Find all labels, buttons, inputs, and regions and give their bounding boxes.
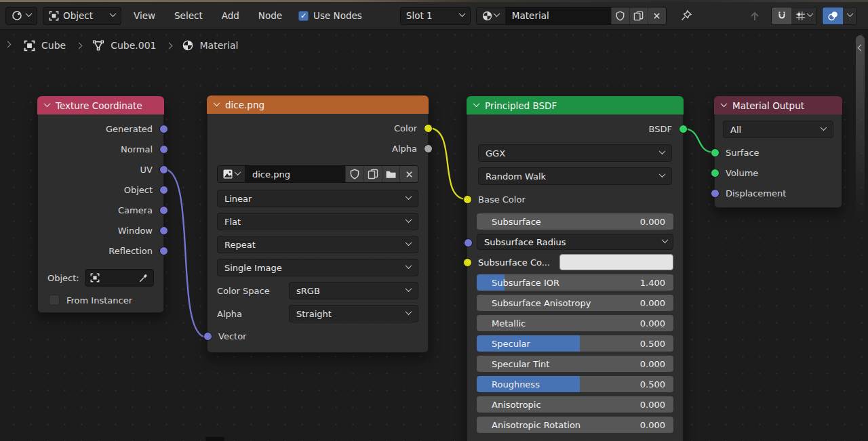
menu-view[interactable]: View (127, 7, 162, 24)
slider-specular[interactable]: Specular 0.500 (477, 335, 673, 352)
collapse-chevron-icon[interactable] (721, 100, 728, 107)
unlink-material-button[interactable] (648, 7, 666, 24)
source-dropdown[interactable]: Single Image (217, 259, 418, 276)
collapsed-node-peek[interactable] (205, 437, 224, 441)
open-image-button[interactable] (382, 166, 400, 182)
browse-material-button[interactable] (477, 7, 505, 24)
snap-toggle-button[interactable] (772, 7, 791, 24)
color-subsurface-color: Subsurface Co... (477, 254, 673, 270)
socket-object[interactable] (159, 186, 168, 194)
from-instancer-toggle[interactable]: From Instancer (49, 295, 154, 307)
input-base-color: Base Color (467, 189, 683, 209)
menu-select[interactable]: Select (167, 7, 210, 24)
node-header-material-output[interactable]: Material Output (714, 96, 842, 114)
socket-bsdf[interactable] (679, 125, 688, 133)
breadcrumb-object-label: Cube (41, 40, 66, 51)
slider-metallic[interactable]: Metallic 0.000 (477, 315, 673, 331)
node-header-image-texture[interactable]: dice.png (207, 96, 429, 114)
slider-anisotropic-rotation[interactable]: Anisotropic Rotation 0.000 (477, 417, 673, 433)
collapse-chevron-icon[interactable] (214, 100, 220, 106)
chevron-down-icon (662, 236, 669, 243)
image-name-field[interactable]: dice.png (245, 166, 345, 182)
socket-surface[interactable] (711, 148, 719, 157)
go-to-parent-button[interactable] (743, 7, 766, 25)
breadcrumb-material[interactable]: Material (182, 40, 238, 51)
color-space-dropdown[interactable]: sRGB (289, 282, 418, 299)
slot-dropdown[interactable]: Slot 1 (400, 7, 471, 25)
duplicate-icon (633, 11, 644, 21)
overlays-toggle-button[interactable] (823, 7, 843, 24)
link-color-to-basecolor (429, 128, 467, 199)
slider-specular-tint[interactable]: Specular Tint 0.000 (477, 356, 673, 372)
distribution-dropdown[interactable]: GGX (478, 144, 672, 162)
from-instancer-checkbox[interactable] (49, 295, 60, 306)
fake-user-button[interactable] (611, 7, 629, 24)
menu-node[interactable]: Node (252, 7, 289, 24)
duplicate-image-button[interactable] (363, 166, 382, 182)
socket-volume[interactable] (711, 169, 719, 177)
node-header-texture-coordinate[interactable]: Texture Coordinate (37, 96, 164, 114)
subsurface-method-dropdown[interactable]: Random Walk (478, 167, 672, 185)
slider-subsurface-anisotropy[interactable]: Subsurface Anisotropy 0.000 (477, 295, 673, 311)
node-principled-bsdf[interactable]: Principled BSDF BSDF GGX Random Walk Bas… (467, 96, 684, 441)
new-material-button[interactable] (629, 7, 648, 24)
target-dropdown[interactable]: All (723, 121, 833, 138)
pin-icon[interactable] (680, 9, 692, 22)
node-title: dice.png (225, 100, 264, 110)
socket-base-color[interactable] (463, 195, 472, 204)
collapse-chevron-icon[interactable] (473, 100, 480, 107)
snap-settings-dropdown[interactable] (791, 7, 816, 24)
node-material-output[interactable]: Material Output All Surface Volume Displ… (714, 96, 842, 208)
socket-camera[interactable] (159, 206, 168, 215)
use-nodes-toggle[interactable]: ✓ Use Nodes (298, 10, 362, 21)
socket-color[interactable] (424, 124, 433, 133)
unlink-image-button[interactable] (399, 166, 418, 182)
socket-reflection[interactable] (159, 247, 168, 255)
editor-type-button[interactable] (5, 7, 37, 25)
breadcrumb-collapse-icon[interactable] (5, 41, 12, 48)
use-nodes-checkbox[interactable]: ✓ (298, 11, 309, 21)
slider-anisotropic[interactable]: Anisotropic 0.000 (477, 396, 673, 413)
breadcrumb-object[interactable]: Cube (24, 40, 66, 51)
subsurface-color-swatch[interactable] (559, 254, 673, 270)
menu-add[interactable]: Add (215, 7, 246, 24)
socket-window[interactable] (159, 226, 168, 235)
slider-subsurface[interactable]: Subsurface 0.000 (477, 213, 673, 230)
shield-icon (615, 11, 625, 21)
magnet-icon (776, 10, 787, 21)
node-texture-coordinate[interactable]: Texture Coordinate Generated Normal UV O… (37, 96, 164, 313)
socket-generated[interactable] (159, 125, 168, 133)
projection-dropdown[interactable]: Flat (217, 213, 418, 230)
browse-image-button[interactable] (218, 166, 245, 182)
chevron-down-icon (26, 10, 33, 17)
breadcrumb-mesh[interactable]: Cube.001 (92, 39, 156, 51)
input-socket[interactable] (463, 258, 472, 267)
object-picker-field[interactable] (85, 269, 154, 287)
input-socket[interactable] (464, 238, 473, 247)
slider-roughness[interactable]: Roughness 0.500 (477, 376, 673, 392)
input-volume: Volume (715, 163, 842, 183)
socket-normal[interactable] (159, 145, 168, 154)
shader-type-dropdown[interactable]: Object (43, 7, 121, 25)
sidebar-toggle[interactable] (856, 35, 865, 218)
collapse-chevron-icon[interactable] (44, 100, 51, 107)
output-object: Object (38, 180, 163, 200)
editor-divider[interactable] (0, 0, 868, 2)
dropdown-subsurface-radius[interactable]: Subsurface Radius (477, 234, 673, 250)
slot-label: Slot 1 (406, 10, 433, 21)
node-header-principled-bsdf[interactable]: Principled BSDF (467, 96, 684, 114)
breadcrumb-mesh-label: Cube.001 (111, 40, 156, 51)
alpha-mode-dropdown[interactable]: Straight (289, 305, 418, 322)
extension-dropdown[interactable]: Repeat (217, 236, 418, 253)
socket-uv[interactable] (159, 165, 168, 174)
node-image-texture[interactable]: dice.png Color Alpha dice.png (207, 96, 429, 353)
socket-alpha[interactable] (424, 144, 433, 153)
socket-vector[interactable] (203, 332, 212, 341)
slider-subsurface-ior[interactable]: Subsurface IOR 1.400 (477, 274, 673, 291)
eyedropper-icon[interactable] (138, 273, 149, 283)
socket-displacement[interactable] (711, 189, 719, 198)
material-name-field[interactable]: Material (505, 7, 611, 24)
interpolation-dropdown[interactable]: Linear (217, 190, 418, 207)
image-fake-user-button[interactable] (345, 166, 363, 182)
overlays-dropdown[interactable] (843, 7, 856, 24)
